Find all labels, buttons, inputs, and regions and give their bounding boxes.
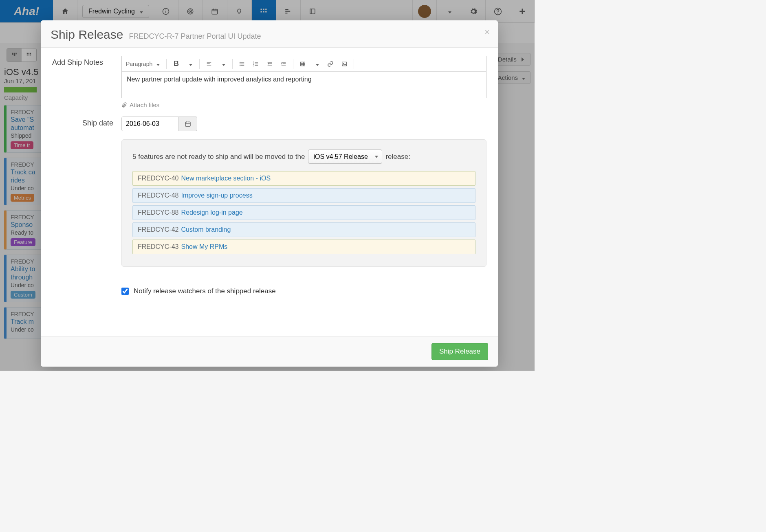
ship-notes-input[interactable]: New partner portal update with improved … [122,72,486,98]
image-icon[interactable] [337,56,351,72]
ship-date-row: Ship date [52,117,486,131]
attach-files-label: Attach files [130,101,159,108]
svg-text:3: 3 [253,64,255,66]
svg-rect-39 [241,64,244,64]
not-ready-panel: 5 features are not ready to ship and wil… [121,139,486,267]
feature-link[interactable]: New marketplace section - iOS [181,175,271,182]
feature-id: FREDCYC-43 [138,243,178,250]
notify-row: Notify release watchers of the shipped r… [52,275,486,295]
svg-point-40 [240,65,241,66]
paperclip-icon [121,102,127,108]
notify-watchers-checkbox-row[interactable]: Notify release watchers of the shipped r… [121,287,486,295]
svg-rect-41 [241,65,244,66]
svg-rect-45 [255,64,258,64]
svg-marker-51 [268,63,269,64]
rte-toolbar: Paragraph B [122,56,486,72]
svg-rect-43 [255,62,258,62]
bullet-list-icon[interactable] [235,56,249,72]
not-ready-feature-item[interactable]: FREDCYC-88Redesign log-in page [132,205,475,220]
svg-rect-52 [282,62,286,62]
indent-icon[interactable] [277,56,291,72]
target-release-select[interactable]: iOS v4.57 Release [308,149,382,164]
ship-notes-row: Add Ship Notes Paragraph B [52,56,486,108]
not-ready-feature-item[interactable]: FREDCYC-42Custom branding [132,222,475,237]
svg-rect-37 [241,62,244,62]
outdent-icon[interactable] [263,56,277,72]
svg-point-38 [240,63,241,64]
modal-subtitle: FREDCYC-R-7 Partner Portal UI Update [129,32,261,41]
bold-icon[interactable]: B [169,56,183,72]
align-icon[interactable] [202,56,216,72]
svg-rect-48 [268,62,272,62]
svg-rect-49 [269,63,272,64]
feature-link[interactable]: Improve sign-up process [181,192,252,199]
feature-link[interactable]: Redesign log-in page [181,209,242,216]
svg-marker-55 [282,63,283,64]
feature-link[interactable]: Custom branding [181,226,231,233]
svg-rect-50 [268,65,272,65]
ship-notes-label: Add Ship Notes [52,56,121,108]
svg-rect-56 [301,62,305,66]
svg-rect-61 [342,62,347,66]
notify-watchers-checkbox[interactable] [121,288,129,295]
ship-date-input[interactable] [121,117,178,131]
svg-rect-34 [207,63,210,64]
table-dropdown-icon[interactable] [310,56,324,72]
svg-rect-47 [255,65,258,66]
bold-dropdown-icon[interactable] [183,56,197,72]
svg-rect-35 [207,65,211,65]
not-ready-feature-item[interactable]: FREDCYC-48Improve sign-up process [132,188,475,203]
feature-list: FREDCYC-40New marketplace section - iOSF… [132,171,475,254]
calendar-icon [185,121,191,127]
numbered-list-icon[interactable]: 123 [249,56,263,72]
ship-release-button[interactable]: Ship Release [431,343,488,360]
modal-header: Ship Release FREDCYC-R-7 Partner Portal … [41,20,498,48]
not-ready-row: 5 features are not ready to ship and wil… [52,139,486,267]
table-icon[interactable] [296,56,310,72]
paragraph-style-select[interactable]: Paragraph [122,56,164,71]
svg-point-36 [240,62,241,62]
modal-title: Ship Release [51,28,123,42]
chevron-down-icon [155,61,160,67]
rich-text-editor: Paragraph B [121,56,486,98]
ship-release-modal: Ship Release FREDCYC-R-7 Partner Portal … [41,20,498,367]
feature-id: FREDCYC-88 [138,209,178,216]
svg-rect-53 [283,63,286,64]
calendar-picker-button[interactable] [178,117,197,131]
attach-files-button[interactable]: Attach files [121,101,486,108]
svg-rect-33 [207,62,211,62]
link-icon[interactable] [324,56,337,72]
not-ready-feature-item[interactable]: FREDCYC-40New marketplace section - iOS [132,171,475,186]
not-ready-feature-item[interactable]: FREDCYC-43Show My RPMs [132,240,475,254]
close-icon[interactable]: × [484,27,490,37]
feature-id: FREDCYC-40 [138,175,178,182]
modal-body: Add Ship Notes Paragraph B [41,48,498,336]
svg-rect-54 [282,65,286,65]
svg-rect-63 [185,122,190,126]
feature-link[interactable]: Show My RPMs [181,243,227,250]
feature-id: FREDCYC-48 [138,192,178,199]
align-dropdown-icon[interactable] [216,56,230,72]
notify-watchers-label: Notify release watchers of the shipped r… [134,287,276,295]
not-ready-message: 5 features are not ready to ship and wil… [132,149,475,164]
ship-date-label: Ship date [52,117,121,131]
modal-footer: Ship Release [41,336,498,367]
feature-id: FREDCYC-42 [138,226,178,233]
